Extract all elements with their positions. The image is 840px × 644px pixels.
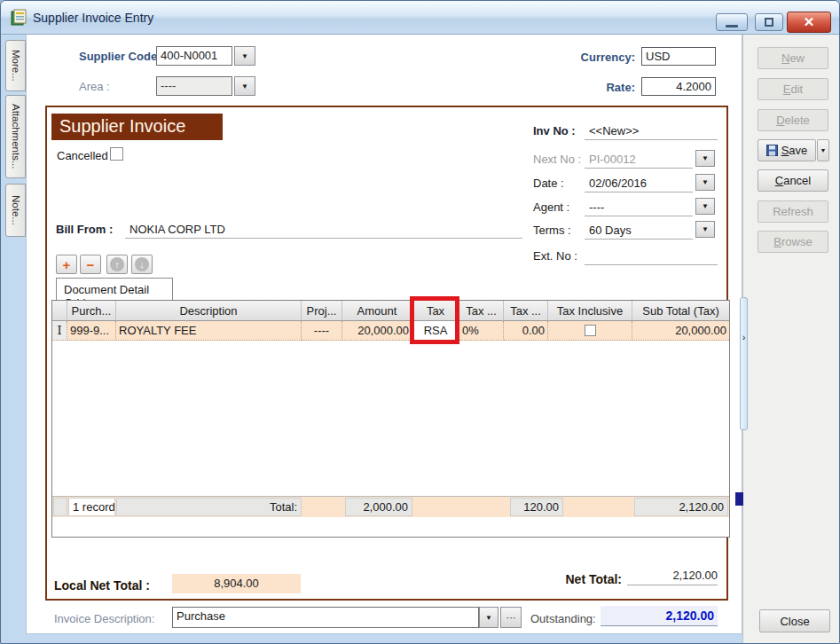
date-label: Date : (533, 177, 564, 190)
plus-icon: + (63, 257, 71, 272)
chevron-down-icon: ▼ (702, 202, 709, 210)
save-button[interactable]: Save (758, 139, 816, 161)
inv-no-underline (585, 123, 718, 140)
chevron-down-icon: ▼ (702, 154, 709, 162)
local-net-total-label: Local Net Total : (54, 578, 150, 593)
close-icon: ✕ (804, 14, 815, 30)
remove-row-button[interactable]: − (80, 255, 101, 274)
cell-amount[interactable]: 20,000.00 (342, 321, 412, 341)
arrow-up-icon: ↑ (110, 257, 124, 271)
cell-project[interactable]: ---- (302, 321, 342, 341)
close-button-label: Close (780, 615, 809, 628)
column-header-tax-amount[interactable]: Tax ... (504, 301, 548, 321)
cell-sub-total[interactable]: 20,000.00 (632, 321, 729, 341)
delete-button[interactable]: Delete (758, 109, 828, 131)
column-header-amount[interactable]: Amount (342, 301, 412, 321)
invoice-description-input[interactable]: Purchase (172, 607, 479, 628)
sidebar-tab-note[interactable]: Note... (5, 184, 26, 237)
grid-corner-cell (52, 301, 67, 321)
sidebar-tab-more-label: More... (11, 50, 21, 82)
cancel-button-label: Cancel (775, 174, 811, 187)
column-header-sub-total[interactable]: Sub Total (Tax) (632, 301, 729, 321)
rate-input[interactable]: 4.2000 (641, 77, 716, 96)
move-row-down-button[interactable]: ↓ (131, 255, 153, 274)
date-underline (585, 176, 693, 192)
column-header-description[interactable]: Description (116, 301, 302, 321)
new-button[interactable]: New (758, 47, 828, 69)
tax-inclusive-checkbox[interactable] (585, 325, 596, 336)
refresh-button-label: Refresh (773, 205, 813, 218)
cancelled-label: Cancelled (57, 149, 108, 162)
cell-description[interactable]: ROYALTY FEE (116, 321, 302, 341)
currency-label: Currency: (546, 51, 635, 64)
footer-tax-total: 120.00 (510, 498, 563, 516)
outstanding-value: 2,120.00 (601, 606, 718, 626)
next-no-dropdown-button[interactable]: ▼ (695, 150, 715, 167)
browse-button[interactable]: Browse (758, 231, 828, 253)
edit-button-label: Edit (783, 82, 803, 96)
area-input[interactable]: ---- (156, 76, 232, 96)
footer-corner-cell (53, 498, 67, 516)
supplier-code-dropdown-button[interactable]: ▼ (234, 46, 255, 66)
agent-label: Agent : (533, 200, 569, 214)
date-dropdown-button[interactable]: ▼ (695, 174, 715, 191)
column-header-tax-rate[interactable]: Tax ... (459, 301, 504, 321)
invoice-description-lookup-button[interactable]: ··· (500, 607, 522, 628)
scrollbar-thumb[interactable] (735, 492, 743, 506)
refresh-button[interactable]: Refresh (758, 200, 828, 223)
cell-tax-amount[interactable]: 0.00 (504, 321, 548, 341)
next-no-underline (585, 152, 693, 169)
ellipsis-icon: ··· (506, 612, 516, 623)
add-row-button[interactable]: + (56, 255, 77, 274)
sidebar-tab-attachments[interactable]: Attachments... (5, 95, 26, 178)
tab-document-detail-grid[interactable]: Document Detail Grid (56, 278, 173, 301)
ext-no-label: Ext. No : (533, 249, 577, 263)
rate-label: Rate: (546, 81, 635, 94)
supplier-code-label: Supplier Code: (79, 50, 161, 63)
cell-tax-code[interactable]: RSA (412, 321, 459, 341)
chevron-down-icon: ▼ (702, 225, 709, 233)
terms-label: Terms : (533, 224, 571, 237)
cell-tax-inclusive (548, 321, 632, 341)
chevron-down-icon: ▼ (820, 147, 827, 153)
agent-dropdown-button[interactable]: ▼ (695, 198, 715, 215)
minimize-button[interactable] (716, 13, 748, 31)
client-area: More... Attachments... Note... Supplier … (1, 35, 840, 644)
net-total-label: Net Total: (493, 572, 622, 586)
column-header-project[interactable]: Proj... (302, 301, 342, 321)
column-header-tax[interactable]: Tax (412, 301, 459, 321)
section-title: Supplier Invoice (51, 114, 223, 140)
save-options-dropdown-button[interactable]: ▼ (817, 139, 829, 161)
close-window-button[interactable]: ✕ (787, 12, 831, 33)
cancel-button[interactable]: Cancel (758, 169, 828, 192)
cell-tax-rate[interactable]: 0% (459, 321, 504, 341)
bill-from-label: Bill From : (56, 223, 113, 236)
supplier-code-input[interactable]: 400-N0001 (156, 46, 232, 66)
terms-dropdown-button[interactable]: ▼ (695, 221, 715, 238)
maximize-button[interactable] (755, 13, 783, 31)
column-header-tax-inclusive[interactable]: Tax Inclusive (548, 301, 632, 321)
floppy-disk-icon (766, 145, 778, 156)
move-row-up-button[interactable]: ↑ (106, 255, 128, 274)
minus-icon: − (87, 257, 95, 272)
app-icon (10, 9, 27, 27)
column-header-purchase[interactable]: Purch... (67, 301, 116, 321)
cell-purchase[interactable]: 999-9... (67, 321, 116, 341)
currency-input[interactable]: USD (641, 47, 716, 66)
edit-button[interactable]: Edit (758, 78, 828, 100)
maximize-icon (765, 18, 773, 27)
ext-no-input[interactable] (585, 248, 718, 265)
close-button[interactable]: Close (759, 609, 830, 632)
chevron-down-icon: ▼ (702, 178, 709, 186)
footer-total-label: Total: (116, 498, 302, 516)
row-indicator-cell: I (52, 321, 67, 341)
sidebar-tab-more[interactable]: More... (5, 40, 26, 91)
sidebar-tab-attachments-label: Attachments... (11, 104, 21, 169)
area-label: Area : (79, 80, 110, 93)
invoice-description-dropdown-button[interactable]: ▼ (479, 607, 499, 628)
cancelled-checkbox[interactable] (110, 147, 123, 161)
area-dropdown-button[interactable]: ▼ (234, 76, 255, 96)
document-detail-grid: Purch... Description Proj... Amount Tax … (51, 300, 730, 538)
collapse-splitter[interactable]: › (740, 297, 748, 430)
chevron-down-icon: ▼ (241, 82, 248, 90)
